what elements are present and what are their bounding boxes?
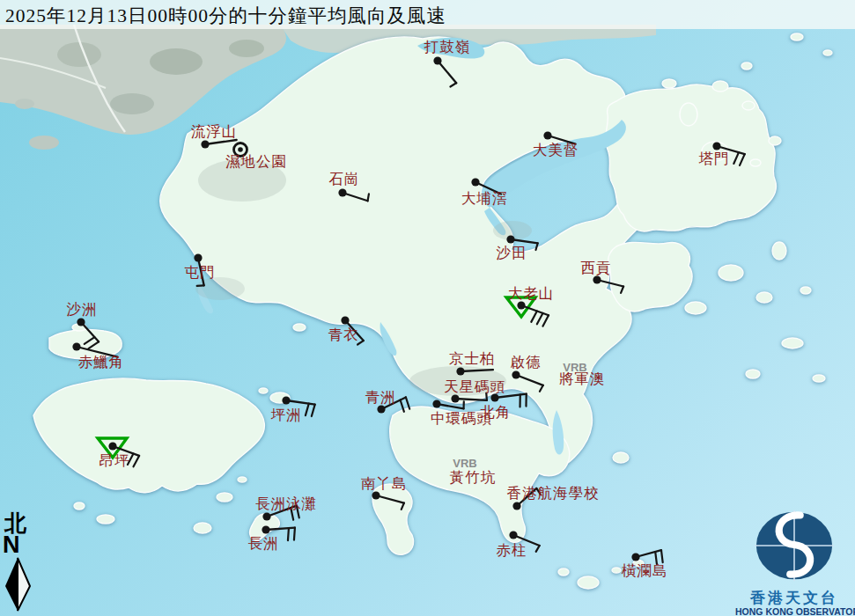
station-label: 青洲 (365, 389, 396, 406)
station-label: 赤鱲角 (78, 354, 125, 370)
station-label: 坪洲 (271, 407, 302, 423)
hko-logo-icon (746, 505, 843, 586)
station-label: 屯門 (185, 264, 216, 281)
station-label: 濕地公園 (225, 153, 287, 170)
station-barb: 橫瀾島 (622, 550, 668, 578)
hong-kong-map: 打鼓嶺流浮山濕地公園石崗大埔滘大美督塔門沙田西貢大老山屯門沙洲赤鱲角青衣京士柏啟… (0, 0, 855, 616)
station-label: 啟德 (511, 354, 542, 370)
hko-name-chinese: 香港天文台 (735, 590, 853, 606)
wind-barb-shaft (636, 550, 661, 557)
station-label: 北角 (480, 404, 512, 421)
hko-logo: 香港天文台 HONG KONG OBSERVATORY (735, 505, 853, 616)
north-compass: 北 N (3, 512, 38, 616)
station-label: 沙洲 (67, 301, 98, 318)
wind-barb-full-tick (312, 405, 315, 416)
station-label: 流浮山 (191, 123, 238, 140)
station-label: 石崗 (329, 171, 360, 187)
station-label: 京士柏 (449, 350, 496, 367)
station-barb: 香港航海學校 (507, 485, 600, 510)
wind-barb-half-tick (197, 285, 204, 286)
wind-barb-shaft (437, 404, 464, 408)
wind-barb-full-tick (661, 550, 663, 562)
station-label: 大老山 (508, 285, 555, 302)
wind-barb-half-tick (368, 194, 369, 201)
station-label: 長洲 (248, 535, 279, 552)
station-label: 大埔滘 (461, 190, 508, 207)
wind-barb-full-tick (406, 397, 409, 408)
hko-name-english: HONG KONG OBSERVATORY (735, 606, 853, 616)
station-label: 西貢 (581, 260, 612, 276)
station-label: 將軍澳 (559, 370, 606, 387)
station-barb: 青洲 (365, 389, 410, 414)
station-label: 大美督 (533, 142, 579, 158)
station-label: 香港航海學校 (507, 485, 600, 502)
wind-barb-full-tick (306, 404, 309, 415)
variable-wind-label: VRB (453, 457, 476, 470)
station-label: 打鼓嶺 (424, 39, 471, 55)
station-label: 天星碼頭 (444, 378, 505, 395)
station-vrb: VRB將軍澳 (559, 361, 606, 387)
wind-barb-shaft (286, 400, 315, 405)
wind-barb-half-tick (536, 546, 540, 552)
wind-barb-shaft (511, 239, 538, 243)
station-label: 昂坪 (100, 452, 130, 469)
station-label: 塔門 (699, 150, 730, 167)
north-arrow-icon (3, 556, 34, 612)
wind-barb-full-tick (288, 528, 289, 540)
station-label: 沙田 (497, 245, 527, 261)
station-label: 黃竹坑 (450, 469, 497, 486)
wind-barb-full-tick (294, 528, 295, 540)
station-dot (238, 147, 243, 152)
station-label: 青衣 (328, 326, 359, 343)
station-label: 長洲泳灘 (255, 495, 317, 512)
station-barb: 長洲泳灘 (255, 495, 317, 521)
station-label: 南丫島 (361, 475, 408, 492)
station-label: 赤柱 (497, 542, 527, 559)
wind-map-screenshot: 打鼓嶺流浮山濕地公園石崗大埔滘大美督塔門沙田西貢大老山屯門沙洲赤鱲角青衣京士柏啟… (0, 0, 855, 616)
map-title: 2025年12月13日00時00分的十分鐘平均風向及風速 (5, 3, 446, 28)
north-label-letter: N (3, 534, 38, 556)
station-label: 橫瀾島 (622, 562, 668, 579)
